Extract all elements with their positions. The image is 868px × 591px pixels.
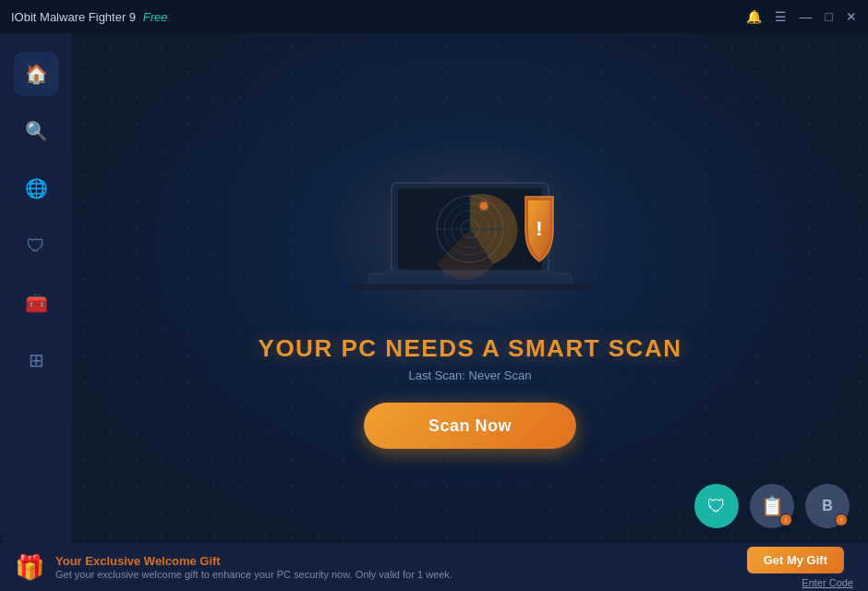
window-controls: 🔔 ☰ — □ ✕ bbox=[746, 9, 857, 24]
bitcoin-button[interactable]: B ! bbox=[805, 484, 850, 528]
scan-icon: 🔍 bbox=[25, 120, 48, 142]
notification-icon[interactable]: 🔔 bbox=[746, 9, 762, 24]
free-badge: Free bbox=[143, 10, 168, 24]
sidebar-item-home[interactable]: 🏠 bbox=[14, 52, 58, 96]
gift-description: Get your exclusive welcome gift to enhan… bbox=[55, 569, 747, 580]
tools-icon: 🧰 bbox=[25, 292, 48, 314]
dashboard-icon: ⊞ bbox=[29, 349, 44, 371]
get-gift-button[interactable]: Get My Gift bbox=[747, 547, 844, 573]
sidebar-item-shield[interactable]: 🛡 bbox=[14, 223, 58, 268]
last-scan-subtitle: Last Scan: Never Scan bbox=[409, 368, 532, 382]
gift-icon: 🎁 bbox=[15, 553, 44, 582]
app-title: IObit Malware Fighter 9 Free bbox=[11, 10, 746, 24]
enter-code-link[interactable]: Enter Code bbox=[802, 577, 853, 588]
maximize-icon[interactable]: □ bbox=[826, 9, 833, 24]
laptop-illustration: ! bbox=[341, 127, 599, 316]
sidebar: 🏠 🔍 🌐 🛡 🧰 ⊞ bbox=[0, 33, 72, 543]
gift-title: Your Exclusive Welcome Gift bbox=[55, 554, 747, 568]
sidebar-item-dashboard[interactable]: ⊞ bbox=[14, 338, 58, 382]
gift-text-container: Your Exclusive Welcome Gift Get your exc… bbox=[55, 554, 747, 580]
bitcoin-badge: ! bbox=[835, 513, 848, 526]
report-badge: ! bbox=[779, 513, 792, 526]
minimize-icon[interactable]: — bbox=[800, 9, 813, 24]
shield-action-icon: 🛡 bbox=[707, 496, 726, 517]
sidebar-item-protection[interactable]: 🌐 bbox=[14, 166, 58, 211]
close-icon[interactable]: ✕ bbox=[846, 9, 857, 24]
report-icon: 📋 bbox=[761, 495, 784, 517]
menu-icon[interactable]: ☰ bbox=[775, 9, 787, 24]
sidebar-item-scan[interactable]: 🔍 bbox=[14, 109, 58, 153]
shield-icon: 🛡 bbox=[27, 235, 45, 257]
bottom-bar: 🎁 Your Exclusive Welcome Gift Get your e… bbox=[0, 543, 868, 591]
action-icons: 🛡 📋 ! B ! bbox=[694, 484, 850, 528]
svg-rect-1 bbox=[350, 284, 590, 290]
main-layout: 🏠 🔍 🌐 🛡 🧰 ⊞ bbox=[0, 33, 868, 543]
svg-text:!: ! bbox=[536, 217, 542, 240]
scan-now-button[interactable]: Scan Now bbox=[364, 403, 576, 449]
report-button[interactable]: 📋 ! bbox=[750, 484, 794, 528]
main-headline: YOUR PC NEEDS A SMART SCAN bbox=[259, 334, 682, 363]
globe-icon: 🌐 bbox=[25, 177, 48, 199]
gift-actions: Get My Gift Enter Code bbox=[747, 547, 853, 588]
svg-point-12 bbox=[478, 200, 489, 211]
app-title-text: IObit Malware Fighter 9 bbox=[11, 10, 136, 24]
main-content: ! YOUR PC NEEDS A SMART SCAN Last Scan: … bbox=[72, 33, 868, 543]
sidebar-item-tools[interactable]: 🧰 bbox=[14, 281, 58, 325]
home-icon: 🏠 bbox=[25, 63, 48, 85]
bitcoin-icon: B bbox=[822, 498, 833, 514]
shield-protection-button[interactable]: 🛡 bbox=[694, 484, 739, 528]
titlebar: IObit Malware Fighter 9 Free 🔔 ☰ — □ ✕ bbox=[0, 0, 868, 33]
